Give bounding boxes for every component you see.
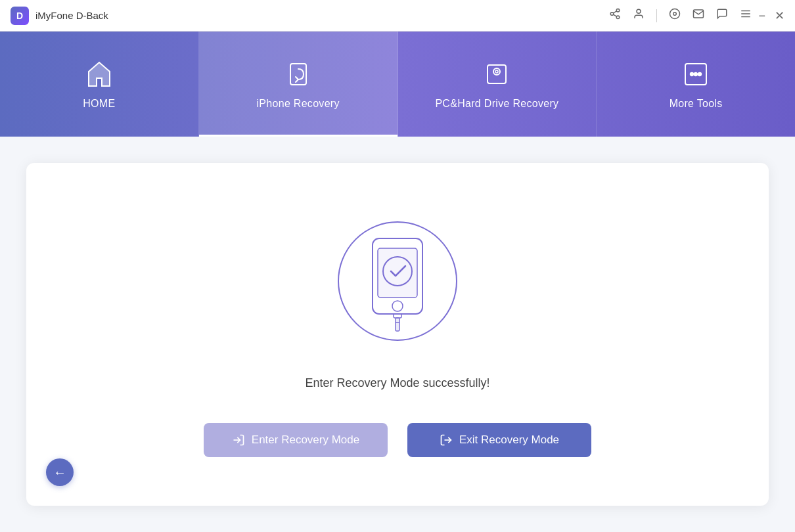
refresh-icon [283, 58, 314, 90]
nav-item-more-tools[interactable]: More Tools [597, 32, 795, 137]
svg-point-1 [611, 12, 614, 16]
nav-item-home[interactable]: HOME [0, 32, 199, 137]
nav-item-iphone-recovery[interactable]: iPhone Recovery [199, 32, 398, 137]
recovery-illustration [325, 212, 470, 357]
nav-label-home: HOME [83, 98, 115, 110]
chat-icon[interactable] [716, 8, 728, 23]
enter-icon [232, 433, 245, 447]
success-message: Enter Recovery Mode successfully! [305, 376, 489, 390]
svg-line-3 [614, 14, 617, 16]
exit-icon [440, 433, 453, 447]
svg-point-6 [673, 12, 677, 16]
close-button[interactable]: ✕ [775, 10, 784, 22]
enter-recovery-button[interactable]: Enter Recovery Mode [204, 423, 388, 457]
svg-point-2 [617, 16, 620, 19]
titlebar-actions [609, 8, 752, 23]
user-icon[interactable] [633, 8, 645, 23]
key-icon [481, 58, 512, 90]
menu-icon[interactable] [740, 8, 752, 23]
mail-icon[interactable] [693, 8, 704, 23]
home-icon [83, 58, 115, 90]
title-bar: D iMyFone D-Back − ✕ [0, 0, 795, 32]
action-buttons: Enter Recovery Mode Exit Recovery Mode [204, 423, 591, 457]
svg-point-0 [617, 9, 620, 12]
window-controls: − ✕ [758, 10, 784, 22]
minimize-button[interactable]: − [758, 10, 765, 22]
svg-rect-24 [396, 318, 399, 331]
svg-point-15 [691, 73, 694, 76]
svg-point-17 [698, 73, 702, 76]
nav-label-iphone: iPhone Recovery [256, 98, 339, 110]
svg-line-4 [614, 11, 617, 13]
nav-bar: HOME iPhone Recovery PC&Hard Drive Recov… [0, 32, 795, 137]
svg-point-16 [694, 73, 698, 76]
app-logo: D [11, 7, 29, 25]
exit-recovery-button[interactable]: Exit Recovery Mode [407, 423, 591, 457]
titlebar-divider [656, 9, 657, 22]
app-title: iMyFone D-Back [35, 10, 609, 21]
svg-point-12 [493, 68, 500, 75]
share-icon[interactable] [609, 8, 621, 23]
svg-point-5 [637, 9, 641, 13]
main-content: Enter Recovery Mode successfully! Enter … [0, 137, 795, 532]
content-card: Enter Recovery Mode successfully! Enter … [26, 163, 769, 506]
back-button[interactable]: ← [46, 458, 74, 486]
location-icon[interactable] [669, 8, 681, 23]
dots-icon [680, 58, 712, 90]
svg-point-13 [495, 70, 498, 73]
nav-item-pc-recovery[interactable]: PC&Hard Drive Recovery [398, 32, 597, 137]
nav-label-pc: PC&Hard Drive Recovery [435, 98, 558, 110]
nav-label-more: More Tools [670, 98, 723, 110]
svg-point-22 [392, 301, 403, 311]
